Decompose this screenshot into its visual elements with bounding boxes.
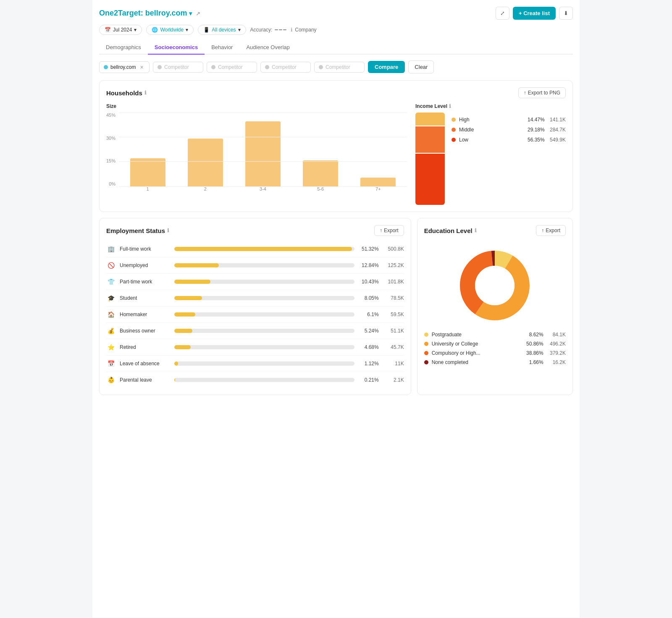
x-label-1: 1 bbox=[121, 186, 175, 196]
income-dot-high bbox=[452, 118, 456, 122]
emp-icon-6: ⭐ bbox=[106, 343, 116, 352]
income-info-icon[interactable]: ℹ bbox=[449, 103, 451, 109]
employment-item: 🏠 Homemaker 6.1% 59.5K bbox=[106, 306, 404, 323]
accuracy-label: Accuracy: bbox=[250, 27, 273, 33]
bar-group-5 bbox=[351, 113, 405, 186]
app-title: One2Target: bellroy.com ▾ ↗ bbox=[99, 9, 200, 18]
bar-1 bbox=[130, 158, 165, 186]
tab-socioeconomics[interactable]: Socioeconomics bbox=[148, 41, 205, 55]
compare-site5[interactable]: Competitor bbox=[314, 62, 365, 73]
emp-label-0: Full-time work bbox=[120, 246, 170, 252]
info-icon-small: ℹ bbox=[291, 27, 293, 33]
emp-icon-7: 📅 bbox=[106, 359, 116, 368]
calendar-icon: 📅 bbox=[105, 27, 111, 33]
location-filter[interactable]: 🌐 Worldwide ▾ bbox=[146, 25, 194, 35]
employment-info-icon[interactable]: ℹ bbox=[167, 228, 169, 233]
income-dot-low bbox=[452, 138, 456, 142]
clear-button[interactable]: Clear bbox=[408, 60, 434, 73]
income-bar-high bbox=[415, 113, 445, 126]
emp-bar-container-5 bbox=[174, 329, 354, 333]
external-link-icon[interactable]: ↗ bbox=[196, 10, 200, 17]
employment-item: 💰 Business owner 5.24% 51.1K bbox=[106, 323, 404, 339]
education-export-button[interactable]: ↑ Export bbox=[536, 225, 566, 236]
bar-group-4 bbox=[294, 113, 348, 186]
emp-icon-3: 🎓 bbox=[106, 293, 116, 303]
emp-label-1: Unemployed bbox=[120, 262, 170, 268]
edu-val-3: 16.2K bbox=[553, 359, 566, 365]
education-header: Education Level ℹ ↑ Export bbox=[424, 225, 566, 236]
compare-button[interactable]: Compare bbox=[368, 61, 405, 73]
employment-header: Employment Status ℹ ↑ Export bbox=[106, 225, 404, 236]
app-header: One2Target: bellroy.com ▾ ↗ ⤢ + Create l… bbox=[99, 7, 573, 20]
emp-pct-6: 4.68% bbox=[359, 344, 379, 350]
emp-val-6: 45.7K bbox=[383, 344, 404, 350]
site2-indicator bbox=[158, 65, 162, 69]
compare-site2[interactable]: Competitor bbox=[153, 62, 203, 73]
emp-val-7: 11K bbox=[383, 361, 404, 367]
emp-icon-4: 🏠 bbox=[106, 310, 116, 319]
edu-label-2: Compulsory or High... bbox=[432, 350, 523, 356]
employment-item: 📅 Leave of absence 1.12% 11K bbox=[106, 356, 404, 372]
employment-export-button[interactable]: ↑ Export bbox=[374, 225, 404, 236]
edu-export-icon: ↑ bbox=[541, 228, 544, 233]
emp-val-0: 500.8K bbox=[383, 246, 404, 252]
emp-pct-7: 1.12% bbox=[359, 361, 379, 367]
households-content: Size 45% 30% 15% 0% bbox=[106, 103, 566, 205]
edu-val-0: 84.1K bbox=[553, 332, 566, 338]
site1-value: bellroy.com bbox=[110, 64, 136, 70]
emp-label-4: Homemaker bbox=[120, 312, 170, 317]
emp-val-1: 125.2K bbox=[383, 262, 404, 268]
emp-pct-1: 12.84% bbox=[359, 262, 379, 268]
bar-2 bbox=[188, 139, 223, 186]
date-filter[interactable]: 📅 Jul 2024 ▾ bbox=[99, 25, 142, 35]
site5-placeholder: Competitor bbox=[326, 64, 350, 70]
emp-bar-8 bbox=[174, 378, 175, 382]
expand-button[interactable]: ⤢ bbox=[496, 7, 509, 20]
income-level-section: Income Level ℹ High bbox=[415, 103, 566, 205]
site1-close-button[interactable]: × bbox=[140, 64, 143, 71]
households-header: Households ℹ ↑ Export to PNG bbox=[106, 87, 566, 98]
income-bar-low bbox=[415, 154, 445, 205]
x-label-2: 2 bbox=[178, 186, 232, 196]
households-info-icon[interactable]: ℹ bbox=[144, 90, 147, 96]
tab-audience-overlap[interactable]: Audience Overlap bbox=[239, 41, 296, 55]
location-dropdown-icon: ▾ bbox=[186, 27, 188, 33]
emp-val-3: 78.5K bbox=[383, 295, 404, 301]
size-chart-title: Size bbox=[106, 103, 407, 109]
compare-site1[interactable]: bellroy.com × bbox=[99, 61, 150, 73]
education-card: Education Level ℹ ↑ Export bbox=[417, 218, 573, 395]
compare-site4[interactable]: Competitor bbox=[260, 62, 311, 73]
emp-icon-2: 👕 bbox=[106, 277, 116, 286]
company-label: Company bbox=[295, 27, 316, 33]
edu-dot-0 bbox=[424, 333, 428, 337]
tab-behavior[interactable]: Behavior bbox=[205, 41, 239, 55]
globe-icon: 🌐 bbox=[152, 27, 158, 33]
emp-icon-8: 👶 bbox=[106, 375, 116, 385]
bar-3 bbox=[245, 121, 281, 186]
emp-bar-container-2 bbox=[174, 280, 354, 284]
edu-pct-0: 8.62% bbox=[529, 332, 549, 338]
devices-filter[interactable]: 📱 All devices ▾ bbox=[198, 25, 246, 35]
employment-item: 👶 Parental leave 0.21% 2.1K bbox=[106, 372, 404, 388]
site5-indicator bbox=[319, 65, 323, 69]
title-dropdown-icon[interactable]: ▾ bbox=[189, 10, 192, 17]
chart-wrapper: 45% 30% 15% 0% bbox=[106, 113, 407, 196]
compare-site3[interactable]: Competitor bbox=[207, 62, 257, 73]
income-legend-middle: Middle 29.18% 284.7K bbox=[452, 127, 566, 133]
emp-label-6: Retired bbox=[120, 344, 170, 350]
employment-list: 🏢 Full-time work 51.32% 500.8K 🚫 Unemplo… bbox=[106, 241, 404, 388]
x-label-4: 5-6 bbox=[294, 186, 348, 196]
households-export-button[interactable]: ↑ Export to PNG bbox=[518, 87, 566, 98]
site3-indicator bbox=[211, 65, 215, 69]
download-button[interactable]: ⬇ bbox=[559, 7, 573, 20]
employment-item: ⭐ Retired 4.68% 45.7K bbox=[106, 339, 404, 356]
site4-indicator bbox=[265, 65, 269, 69]
emp-icon-1: 🚫 bbox=[106, 261, 116, 270]
education-info-icon[interactable]: ℹ bbox=[475, 228, 477, 233]
tab-demographics[interactable]: Demographics bbox=[99, 41, 148, 55]
create-list-button[interactable]: + Create list bbox=[513, 7, 556, 20]
emp-label-3: Student bbox=[120, 295, 170, 301]
x-axis: 1 2 3-4 5-6 7+ bbox=[119, 186, 407, 196]
edu-legend-item: None completed 1.66% 16.2K bbox=[424, 359, 566, 365]
income-chart: High 14.47% 141.1K Middle 29.18% 284.7K bbox=[415, 113, 566, 205]
